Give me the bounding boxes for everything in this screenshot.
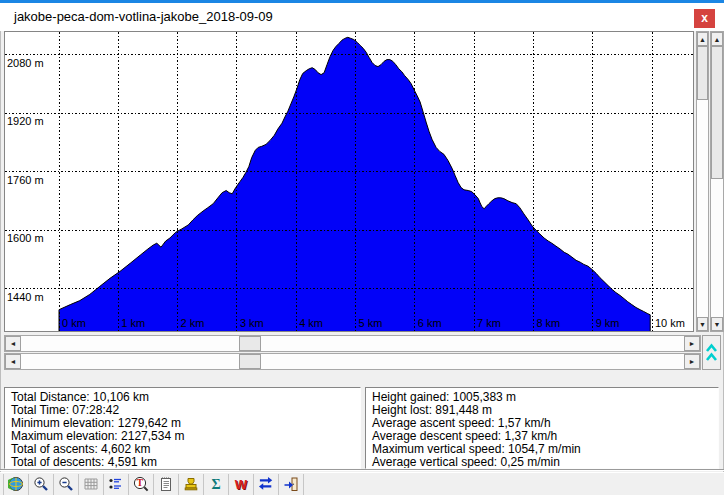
zoom-in-button[interactable] [29, 474, 54, 495]
grid-icon [83, 476, 99, 492]
left-arrow-icon: ◄ [10, 340, 17, 347]
up-arrow-icon: ▲ [699, 36, 706, 43]
titlebar[interactable]: jakobe-peca-dom-votlina-jakobe_2018-09-0… [0, 3, 724, 31]
double-chevron-up-icon [705, 342, 718, 364]
close-button[interactable]: x [694, 9, 715, 28]
vertical-scrollbar-1[interactable]: ▲ ▼ [696, 31, 709, 332]
window-title: jakobe-peca-dom-votlina-jakobe_2018-09-0… [14, 3, 273, 31]
down-arrow-icon: ▼ [699, 321, 706, 328]
scroll-up-button[interactable]: ▲ [697, 32, 708, 46]
globe-icon [8, 476, 24, 492]
up-arrow-icon: ▲ [714, 36, 721, 43]
track-list-icon [108, 476, 124, 492]
scrollbar-thumb[interactable] [697, 46, 708, 100]
y-tick-label: 1920 m [7, 115, 44, 127]
scroll-left-button[interactable]: ◄ [5, 354, 21, 369]
divider [0, 469, 724, 471]
grid-button[interactable] [79, 474, 104, 495]
zoom-out-icon [58, 476, 74, 492]
down-arrow-icon: ▼ [714, 321, 721, 328]
scrollbar-thumb[interactable] [239, 336, 261, 351]
y-tick-label: 1440 m [7, 291, 44, 303]
right-arrow-icon: ► [689, 358, 696, 365]
transfer-arrows-icon [258, 476, 274, 492]
x-tick-label: 8 km [536, 317, 560, 329]
sigma-icon: Σ [208, 476, 224, 492]
search-text-icon: T [133, 476, 149, 492]
vertical-scrollbar-2[interactable]: ▲ ▼ [710, 31, 724, 332]
exit-door-icon [283, 476, 299, 492]
sigma-button[interactable]: Σ [204, 474, 229, 495]
scroll-down-button[interactable]: ▼ [711, 317, 723, 331]
notepad-button[interactable] [154, 474, 179, 495]
x-tick-label: 9 km [596, 317, 620, 329]
w-button[interactable]: WW [229, 474, 254, 495]
stat-line: Total of descents: 4,591 km [11, 456, 360, 469]
toolbar: TΣWW [0, 472, 724, 495]
y-tick-label: 1760 m [7, 174, 44, 186]
scroll-up-button[interactable]: ▲ [711, 32, 723, 46]
track-list-button[interactable] [104, 474, 129, 495]
x-tick-label: 3 km [240, 317, 264, 329]
svg-text:Σ: Σ [211, 477, 220, 492]
stamp-button[interactable] [179, 474, 204, 495]
stats-panel-right: Height gained: 1005,383 mHeight lost: 89… [365, 387, 719, 469]
chart-canvas[interactable]: 2080 m1920 m1760 m1600 m1440 m0 km1 km2 … [5, 32, 693, 331]
scrollbar-thumb[interactable] [711, 46, 723, 179]
svg-text:W: W [235, 477, 248, 492]
w-icon: WW [233, 476, 249, 492]
scroll-down-button[interactable]: ▼ [697, 317, 708, 331]
zoom-in-icon [33, 476, 49, 492]
svg-text:T: T [137, 478, 144, 488]
x-tick-label: 7 km [477, 317, 501, 329]
scroll-right-button[interactable]: ► [684, 354, 700, 369]
scroll-right-button[interactable]: ► [684, 336, 700, 351]
horizontal-scrollbar-2[interactable]: ◄ ► [4, 353, 701, 370]
x-tick-label: 6 km [418, 317, 442, 329]
elevation-area [59, 37, 650, 331]
stats-panel-left: Total Distance: 10,106 kmTotal Time: 07:… [4, 387, 361, 469]
x-tick-label: 5 km [359, 317, 383, 329]
right-arrow-icon: ► [689, 340, 696, 347]
x-tick-label: 10 km [655, 317, 685, 329]
globe-button[interactable] [4, 474, 29, 495]
x-tick-label: 4 km [299, 317, 323, 329]
transfer-arrows-button[interactable] [254, 474, 279, 495]
close-icon: x [701, 11, 708, 25]
scroll-left-button[interactable]: ◄ [5, 336, 21, 351]
x-tick-label: 0 km [62, 317, 86, 329]
x-tick-label: 2 km [181, 317, 205, 329]
app-window: jakobe-peca-dom-votlina-jakobe_2018-09-0… [0, 0, 724, 495]
zoom-out-button[interactable] [54, 474, 79, 495]
scrollbar-thumb[interactable] [239, 354, 261, 369]
elevation-chart[interactable]: 2080 m1920 m1760 m1600 m1440 m0 km1 km2 … [4, 31, 694, 332]
y-tick-label: 1600 m [7, 232, 44, 244]
stat-line: Average vertical speed: 0,25 m/min [372, 456, 718, 469]
stamp-icon [183, 476, 199, 492]
y-tick-label: 2080 m [7, 57, 44, 69]
pan-reset-button[interactable] [702, 335, 721, 370]
search-text-button[interactable]: T [129, 474, 154, 495]
horizontal-scrollbar-1[interactable]: ◄ ► [4, 335, 701, 352]
notepad-icon [158, 476, 174, 492]
left-arrow-icon: ◄ [10, 358, 17, 365]
x-tick-label: 1 km [121, 317, 145, 329]
exit-door-button[interactable] [279, 474, 304, 495]
